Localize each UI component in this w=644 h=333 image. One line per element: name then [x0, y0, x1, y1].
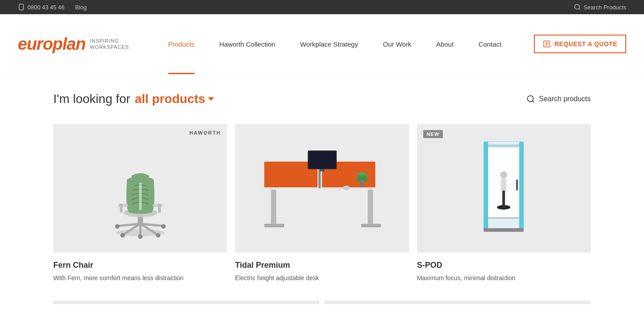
nav-item-our-work[interactable]: Our Work	[370, 14, 424, 74]
product-name-tidal: Tidal Premium	[235, 261, 409, 270]
product-name-fern: Fern Chair	[53, 261, 227, 270]
nav-item-haworth[interactable]: Haworth Collection	[207, 14, 288, 74]
top-search-label: Search Products	[584, 4, 626, 11]
tidal-desk-image	[251, 133, 393, 244]
svg-rect-0	[19, 4, 23, 10]
product-card-spod[interactable]: NEW	[412, 124, 591, 301]
nav-item-products[interactable]: Products	[156, 14, 207, 74]
search-icon-products	[526, 95, 535, 103]
svg-rect-31	[271, 190, 276, 225]
svg-point-18	[138, 234, 143, 239]
product-image-spod: NEW	[417, 124, 591, 253]
svg-rect-56	[501, 178, 506, 192]
svg-rect-23	[139, 179, 142, 210]
svg-line-9	[533, 101, 534, 103]
chevron-down-icon	[208, 97, 214, 101]
svg-rect-34	[361, 224, 381, 227]
svg-point-2	[575, 4, 580, 9]
search-icon-top	[574, 4, 581, 11]
products-section: I'm looking for all products Search prod…	[0, 74, 644, 331]
nav-links: Products Haworth Collection Workplace St…	[156, 14, 534, 74]
looking-for-prefix: I'm looking for	[53, 92, 130, 106]
svg-point-43	[362, 175, 368, 182]
logo-text: europlan	[18, 35, 85, 54]
product-card-tidal[interactable]: Tidal Premium Electric height adjustable…	[232, 124, 411, 301]
phone-text: 0800 43 45 46	[28, 4, 64, 11]
request-quote-label: REQUEST A QUOTE	[554, 40, 617, 48]
logo[interactable]: europlan INSPIRING WORKSPACES	[18, 35, 129, 54]
product-desc-fern: With Fern, more comfort means less distr…	[53, 274, 227, 283]
svg-rect-54	[484, 228, 524, 232]
svg-point-16	[120, 233, 125, 238]
svg-rect-50	[502, 190, 505, 208]
nav-item-contact[interactable]: Contact	[466, 14, 514, 74]
looking-for-text: I'm looking for all products	[53, 92, 214, 106]
nav-item-about[interactable]: About	[424, 14, 466, 74]
svg-point-42	[356, 175, 362, 182]
svg-rect-32	[368, 190, 373, 225]
search-products-bar[interactable]: Search products	[526, 95, 591, 103]
svg-rect-25	[153, 204, 163, 207]
top-search[interactable]: Search Products	[574, 4, 626, 11]
svg-line-3	[579, 8, 580, 10]
spod-image	[468, 133, 539, 244]
category-selector[interactable]: all products	[135, 92, 214, 106]
product-grid: HAWORTH	[53, 124, 591, 301]
search-products-label: Search products	[539, 95, 591, 103]
product-card-bottom-1	[53, 301, 319, 304]
nav-item-workplace[interactable]: Workplace Strategy	[288, 14, 371, 74]
fern-chair-image	[100, 135, 180, 242]
main-nav: europlan INSPIRING WORKSPACES Products H…	[0, 14, 644, 74]
logo-subtitle: INSPIRING WORKSPACES	[90, 38, 129, 51]
category-label: all products	[135, 92, 205, 106]
product-image-tidal	[235, 124, 409, 253]
phone-number: 0800 43 45 46	[18, 4, 64, 11]
new-badge: NEW	[423, 130, 443, 138]
svg-rect-38	[309, 152, 335, 168]
svg-rect-39	[320, 169, 325, 171]
product-card-bottom-2	[325, 301, 591, 304]
svg-point-55	[500, 171, 507, 178]
svg-rect-48	[516, 179, 518, 190]
product-desc-tidal: Electric height adjustable desk	[235, 274, 409, 283]
products-header: I'm looking for all products Search prod…	[53, 92, 591, 106]
svg-point-8	[528, 96, 533, 102]
svg-rect-26	[120, 204, 123, 213]
svg-rect-27	[158, 204, 161, 213]
top-bar: 0800 43 45 46 Blog Search Products	[0, 0, 644, 14]
blog-link[interactable]: Blog	[75, 4, 87, 11]
svg-rect-51	[488, 145, 519, 147]
svg-point-20	[161, 224, 166, 229]
svg-point-19	[115, 224, 119, 229]
product-image-fern: HAWORTH	[53, 124, 227, 253]
product-grid-bottom-row	[53, 301, 591, 304]
svg-point-17	[156, 233, 160, 238]
request-quote-button[interactable]: REQUEST A QUOTE	[534, 35, 626, 53]
svg-rect-52	[484, 142, 488, 230]
quote-icon	[543, 40, 551, 48]
product-desc-spod: Maximum focus, minimal distraction	[417, 274, 591, 283]
svg-point-44	[343, 186, 350, 190]
top-bar-left: 0800 43 45 46 Blog	[18, 4, 87, 11]
haworth-label: HAWORTH	[190, 130, 221, 135]
svg-rect-33	[264, 224, 284, 227]
product-name-spod: S-POD	[417, 261, 591, 270]
svg-rect-53	[519, 142, 524, 230]
product-card-fern-chair[interactable]: HAWORTH	[53, 124, 232, 301]
svg-rect-24	[118, 204, 128, 207]
phone-icon	[18, 4, 25, 11]
